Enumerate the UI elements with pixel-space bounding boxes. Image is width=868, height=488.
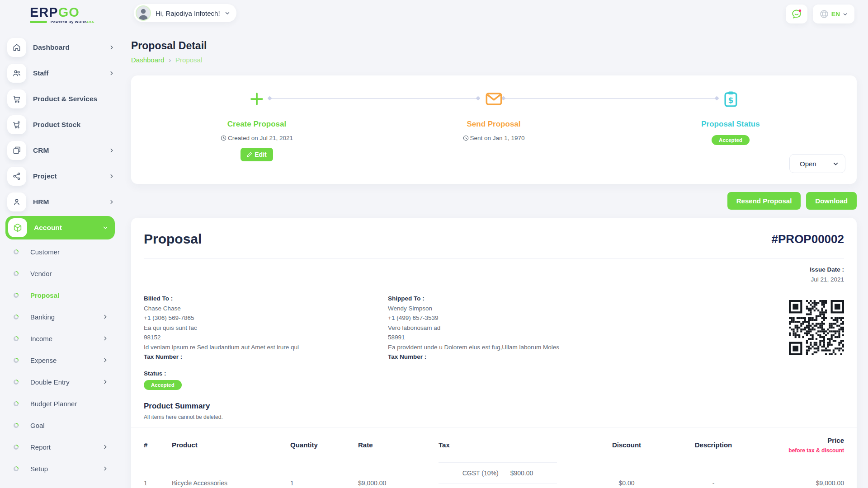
chat-icon xyxy=(791,8,802,20)
chevron-down-icon xyxy=(843,12,848,17)
sidebar-item-label: CRM xyxy=(33,146,108,155)
sidebar-subitem-expense[interactable]: Expense xyxy=(7,349,121,371)
breadcrumb-dashboard-link[interactable]: Dashboard xyxy=(131,56,164,64)
sidebar-subitem-label: Customer xyxy=(30,248,108,256)
clock-icon xyxy=(463,135,469,141)
document-status-block: Status : Accepted xyxy=(144,370,844,390)
shipped-to-label: Shipped To : xyxy=(388,294,559,304)
sidebar-subitem-vendor[interactable]: Vendor xyxy=(7,263,121,284)
bullet-icon xyxy=(14,358,19,363)
step-create-proposal: Create Proposal Created on Jul 21, 2021 … xyxy=(184,90,329,161)
user-greeting: Hi, Rajodiya Infotech! xyxy=(156,9,220,17)
sidebar-item-label: Staff xyxy=(33,69,108,77)
step-meta: Sent on Jan 1, 1970 xyxy=(421,135,566,141)
col-quantity: Quantity xyxy=(290,441,358,449)
step-meta: Created on Jul 21, 2021 xyxy=(184,135,329,141)
sidebar-item-dashboard[interactable]: Dashboard xyxy=(7,34,121,60)
sidebar-subitem-goal[interactable]: Goal xyxy=(7,414,121,436)
sidebar-item-label: HRM xyxy=(33,198,108,206)
messages-button[interactable] xyxy=(786,5,807,23)
status-select[interactable]: Open xyxy=(789,154,845,173)
topbar: ERPGO Powered By WORKDO• Hi, Rajodiya In… xyxy=(0,0,868,29)
price-note: before tax & discount xyxy=(761,447,844,454)
proposal-number: #PROP00002 xyxy=(772,232,844,246)
user-menu[interactable]: Hi, Rajodiya Infotech! xyxy=(134,4,236,22)
addresses: Billed To : Chase Chase +1 (306) 569-786… xyxy=(144,294,844,362)
sidebar-subitem-proposal[interactable]: Proposal xyxy=(7,284,121,306)
billed-to-label: Billed To : xyxy=(144,294,388,304)
bullet-icon xyxy=(14,336,19,341)
sidebar-subitem-budget-planner[interactable]: Budget Planner xyxy=(7,393,121,414)
sidebar-item-account[interactable]: Account xyxy=(5,216,115,239)
sidebar-item-product-stock[interactable]: Product Stock xyxy=(7,112,121,137)
cart-plus-icon xyxy=(7,115,26,134)
bullet-icon xyxy=(14,380,19,385)
sidebar-item-staff[interactable]: Staff xyxy=(7,60,121,86)
status-badge: Accepted xyxy=(144,380,182,390)
step-title: Proposal Status xyxy=(658,120,803,129)
sidebar-subitem-label: Proposal xyxy=(30,291,108,299)
bullet-icon xyxy=(14,271,19,276)
cell-tax: CGST (10%)$900.00SGST (5%)$450.00 xyxy=(439,462,588,488)
cell-rate: $9,000.00 xyxy=(358,479,439,487)
shipped-address: Vero laboriosam ad xyxy=(388,323,559,333)
cell-price: $9,000.00 xyxy=(761,479,844,487)
shipped-zip: 58991 xyxy=(388,333,559,343)
sidebar-nav: DashboardStaffProduct & ServicesProduct … xyxy=(0,34,121,479)
shipped-to-block: Shipped To : Wendy Simpson +1 (499) 657-… xyxy=(388,294,559,362)
chevron-down-icon xyxy=(225,10,230,16)
mail-icon xyxy=(421,90,566,108)
col-index: # xyxy=(144,441,172,449)
shipped-name: Wendy Simpson xyxy=(388,304,559,314)
chevron-right-icon xyxy=(102,379,108,385)
chevron-right-icon xyxy=(102,357,108,363)
clipboard-dollar-icon: $ xyxy=(658,90,803,108)
sidebar-subitem-report[interactable]: Report xyxy=(7,436,121,458)
sidebar-subitem-double-entry[interactable]: Double Entry xyxy=(7,371,121,393)
sidebar-item-label: Product Stock xyxy=(33,121,115,129)
sidebar-item-project[interactable]: Project xyxy=(7,163,121,189)
language-selector[interactable]: EN xyxy=(813,5,854,23)
billed-tax-label: Tax Number : xyxy=(144,352,388,362)
sidebar-subitem-income[interactable]: Income xyxy=(7,328,121,349)
chevron-right-icon xyxy=(102,335,108,342)
chevron-right-icon xyxy=(108,147,115,154)
step-proposal-status: $ Proposal Status Accepted xyxy=(658,90,803,145)
sidebar-subitem-setup[interactable]: Setup xyxy=(7,458,121,479)
sidebar-subitem-label: Setup xyxy=(30,465,102,473)
edit-button[interactable]: Edit xyxy=(241,148,273,161)
resend-proposal-button[interactable]: Resend Proposal xyxy=(727,192,801,210)
sidebar-subitem-label: Budget Planner xyxy=(30,400,108,408)
cell-description: - xyxy=(665,479,761,487)
sidebar-subitem-label: Expense xyxy=(30,357,102,364)
breadcrumb: Dashboard › Proposal xyxy=(131,56,857,64)
breadcrumb-separator: › xyxy=(169,56,171,64)
step-title: Send Proposal xyxy=(421,120,566,129)
sidebar-subitem-banking[interactable]: Banking xyxy=(7,306,121,328)
bullet-icon xyxy=(14,314,19,319)
actions-row: Resend Proposal Download xyxy=(131,192,857,210)
billed-to-block: Billed To : Chase Chase +1 (306) 569-786… xyxy=(144,294,388,362)
bullet-icon xyxy=(14,466,19,471)
chevron-right-icon xyxy=(108,70,115,76)
tax-line: CGST (10%)$900.00 xyxy=(439,462,557,483)
chevron-right-icon xyxy=(108,44,115,51)
status-badge: Accepted xyxy=(712,135,750,145)
sidebar-subitem-customer[interactable]: Customer xyxy=(7,241,121,263)
sidebar-item-crm[interactable]: CRM xyxy=(7,137,121,163)
col-discount: Discount xyxy=(588,441,665,449)
items-table-body: 1Bicycle Accessories1$9,000.00CGST (10%)… xyxy=(144,462,844,488)
app-logo[interactable]: ERPGO Powered By WORKDO• xyxy=(30,5,94,24)
cube-icon xyxy=(8,218,27,237)
items-table-header: # Product Quantity Rate Tax Discount Des… xyxy=(144,427,844,462)
step-title: Create Proposal xyxy=(184,120,329,129)
cell-discount: $0.00 xyxy=(588,479,665,487)
product-summary-title: Product Summary xyxy=(144,402,844,411)
sidebar-item-hrm[interactable]: HRM xyxy=(7,189,121,215)
sidebar-item-product-services[interactable]: Product & Services xyxy=(7,86,121,112)
tax-line: SGST (5%)$450.00 xyxy=(439,483,557,488)
billed-note: Id veniam ipsum re Sed laudantium aut Am… xyxy=(144,343,388,352)
language-label: EN xyxy=(831,10,840,18)
shipped-note: Ea provident unde u Dolorem eius est fug… xyxy=(388,343,559,352)
download-button[interactable]: Download xyxy=(806,192,857,210)
